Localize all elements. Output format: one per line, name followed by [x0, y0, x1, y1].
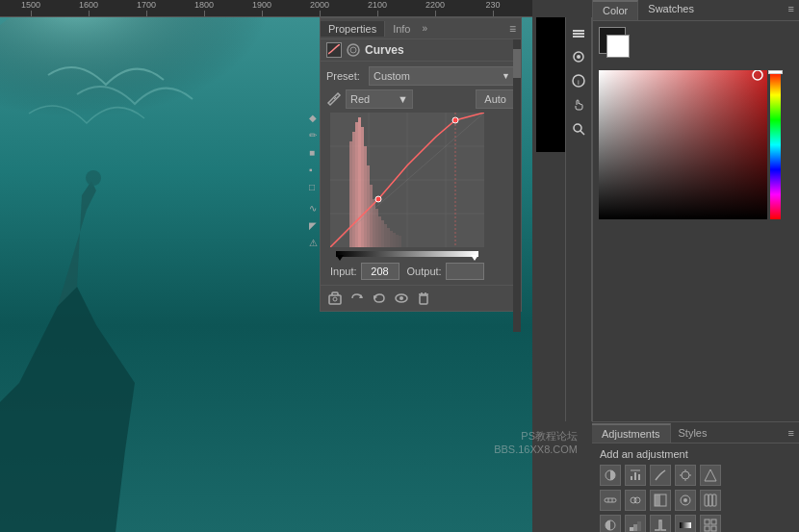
warning-icon[interactable]: ⚠ — [309, 238, 322, 251]
svg-rect-27 — [364, 146, 367, 247]
tab-arrows[interactable]: » — [419, 23, 432, 34]
pen-tool[interactable]: ✏ — [309, 130, 322, 143]
svg-point-72 — [634, 497, 640, 503]
visibility-icon[interactable] — [393, 290, 410, 307]
scrollbar-thumb[interactable] — [513, 49, 521, 78]
output-field[interactable] — [446, 263, 484, 280]
svg-rect-84 — [680, 522, 691, 528]
adjustments-header: Adjustments Styles ≡ — [592, 422, 799, 443]
ruler-mark: 2100 — [348, 0, 406, 16]
camera-icon — [346, 42, 361, 58]
svg-rect-85 — [705, 519, 709, 524]
svg-rect-74 — [655, 494, 660, 506]
color-panel-menu[interactable]: ≡ — [784, 0, 799, 20]
properties-scrollbar[interactable] — [513, 39, 521, 332]
white-point-slider[interactable] — [471, 255, 478, 261]
tab-adjustments[interactable]: Adjustments — [592, 423, 671, 443]
create-snapshot-icon[interactable] — [326, 290, 344, 307]
color-gradient-box[interactable] — [599, 70, 767, 219]
curve-smooth[interactable]: ∿ — [309, 203, 322, 216]
eyedropper-white[interactable]: □ — [309, 182, 322, 195]
background-color-chip[interactable] — [606, 35, 630, 58]
curves-graph[interactable] — [330, 113, 484, 247]
hue-slider[interactable] — [770, 70, 781, 219]
tab-color[interactable]: Color — [593, 0, 638, 20]
channel-mixer-icon[interactable] — [700, 490, 721, 511]
reset-icon[interactable] — [348, 290, 366, 307]
photo-filter-icon[interactable] — [675, 490, 696, 511]
black-point-slider[interactable] — [336, 255, 344, 261]
eyedropper-grey[interactable]: ▪ — [309, 165, 322, 178]
vibrance-icon[interactable] — [700, 465, 721, 486]
panel-menu-button[interactable]: ≡ — [504, 22, 521, 36]
tab-swatches[interactable]: Swatches — [638, 0, 704, 20]
color-balance-icon[interactable] — [625, 490, 646, 511]
selective-color-icon[interactable] — [700, 515, 721, 532]
svg-point-2 — [86, 170, 101, 186]
svg-rect-32 — [378, 216, 381, 247]
color-spectrum-svg — [599, 70, 767, 219]
svg-rect-39 — [399, 236, 401, 247]
previous-state-icon[interactable] — [371, 290, 388, 307]
svg-point-42 — [375, 196, 381, 202]
posterize-icon[interactable] — [625, 515, 646, 532]
adjustments-menu[interactable]: ≡ — [784, 424, 799, 442]
tab-properties[interactable]: Properties — [321, 21, 385, 37]
channel-select[interactable]: Red ▼ — [346, 89, 413, 109]
input-field[interactable] — [361, 263, 400, 280]
ruler: 1500 1600 1700 1800 1900 2000 2100 2200 … — [0, 0, 532, 17]
preset-row: Preset: Custom ▼ — [326, 66, 515, 86]
invert-icon[interactable] — [600, 515, 621, 532]
clip-shadows[interactable]: ◤ — [309, 220, 322, 234]
tool-layers[interactable] — [568, 22, 589, 43]
tool-channels[interactable] — [568, 46, 589, 67]
gradient-map-icon[interactable] — [675, 515, 696, 532]
tool-hand[interactable] — [568, 94, 589, 115]
svg-point-49 — [400, 296, 403, 300]
auto-button[interactable]: Auto — [476, 89, 515, 109]
svg-rect-86 — [711, 519, 716, 524]
gradient-slider[interactable] — [336, 251, 478, 257]
point-tool[interactable]: ◆ — [309, 113, 322, 126]
channel-row: Red ▼ Auto — [326, 89, 515, 109]
tab-info[interactable]: Info — [385, 21, 418, 37]
preset-value: Custom — [374, 70, 410, 82]
svg-point-13 — [350, 47, 356, 53]
ruler-mark: 1500 — [2, 0, 60, 16]
svg-rect-5 — [573, 36, 584, 38]
threshold-icon[interactable] — [650, 515, 671, 532]
adjustments-content: Add an adjustment — [592, 443, 799, 532]
curves-content: Preset: Custom ▼ Red ▼ Auto ◆ ✏ ■ ▪ — [321, 62, 521, 285]
eyedropper-black[interactable]: ■ — [309, 147, 322, 161]
properties-header: Properties Info » ≡ — [321, 18, 521, 39]
bw-icon[interactable] — [650, 490, 671, 511]
hsl-icon[interactable] — [600, 490, 621, 511]
svg-rect-50 — [420, 295, 427, 304]
svg-rect-55 — [599, 70, 767, 219]
svg-point-7 — [577, 55, 580, 59]
svg-rect-44 — [329, 295, 341, 304]
hue-indicator[interactable] — [768, 70, 783, 74]
black-overlay — [536, 17, 565, 152]
svg-rect-30 — [373, 199, 375, 247]
tab-styles[interactable]: Styles — [671, 424, 715, 442]
tool-info[interactable]: i — [568, 70, 589, 91]
svg-rect-68 — [605, 498, 616, 502]
svg-rect-58 — [631, 476, 632, 480]
curves-tools: ◆ ✏ ■ ▪ □ ∿ ◤ ⚠ — [309, 113, 322, 251]
levels-icon[interactable] — [625, 465, 646, 486]
preset-select[interactable]: Custom ▼ — [369, 66, 515, 86]
delete-icon[interactable] — [415, 290, 432, 307]
exposure-icon[interactable] — [675, 465, 696, 486]
svg-rect-29 — [370, 185, 373, 247]
svg-rect-38 — [396, 235, 399, 247]
tool-zoom[interactable] — [568, 118, 589, 139]
right-panel: Color Swatches ≡ — [592, 0, 799, 532]
svg-rect-37 — [393, 233, 396, 247]
ruler-mark: 1600 — [60, 0, 117, 16]
brightness-contrast-icon[interactable] — [600, 465, 621, 486]
ruler-mark: 1700 — [117, 0, 175, 16]
ruler-mark: 2000 — [291, 0, 348, 16]
curves-icon[interactable] — [650, 465, 671, 486]
eyedropper-icon[interactable] — [326, 91, 342, 107]
